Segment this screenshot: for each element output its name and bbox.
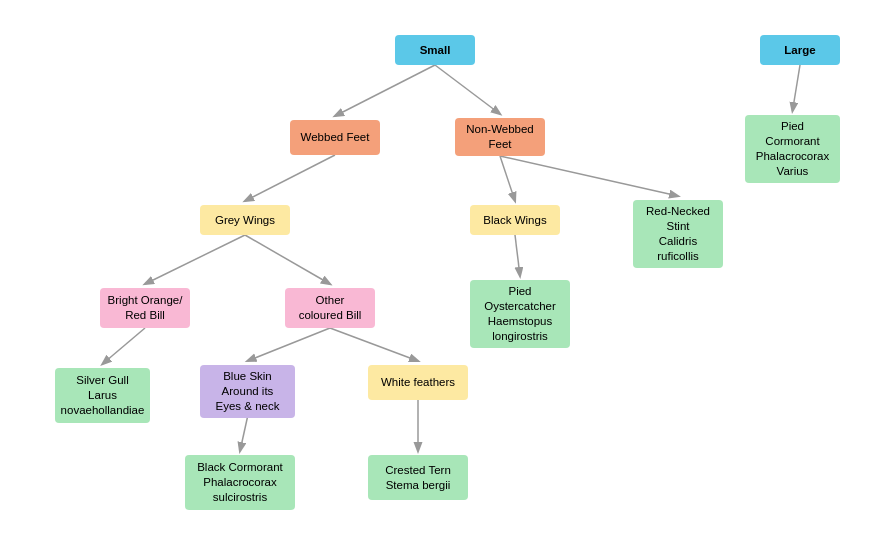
svg-line-2 bbox=[793, 65, 801, 111]
svg-line-5 bbox=[500, 156, 678, 196]
svg-line-4 bbox=[500, 156, 515, 201]
node-red_necked: Red-NeckedStintCalidrisruficollis bbox=[633, 200, 723, 268]
node-crested_tern: Crested TernStema bergii bbox=[368, 455, 468, 500]
node-other_coloured: Othercoloured Bill bbox=[285, 288, 375, 328]
node-white_feathers: White feathers bbox=[368, 365, 468, 400]
svg-line-11 bbox=[330, 328, 418, 361]
svg-line-12 bbox=[240, 417, 248, 451]
node-silver_gull: Silver GullLarusnovaehollandiae bbox=[55, 368, 150, 423]
node-pied_cormorant: PiedCormorantPhalacrocoraxVarius bbox=[745, 115, 840, 183]
node-grey_wings: Grey Wings bbox=[200, 205, 290, 235]
tree-container: SmallLargeWebbed FeetNon-WebbedFeetPiedC… bbox=[0, 0, 880, 541]
svg-line-9 bbox=[103, 328, 146, 364]
svg-line-1 bbox=[435, 65, 500, 114]
node-small: Small bbox=[395, 35, 475, 65]
node-bright_orange: Bright Orange/Red Bill bbox=[100, 288, 190, 328]
svg-line-6 bbox=[145, 235, 245, 284]
svg-line-3 bbox=[245, 155, 335, 201]
node-blue_skin: Blue SkinAround itsEyes & neck bbox=[200, 365, 295, 418]
node-black_wings: Black Wings bbox=[470, 205, 560, 235]
svg-line-10 bbox=[248, 328, 331, 361]
node-large: Large bbox=[760, 35, 840, 65]
svg-line-7 bbox=[245, 235, 330, 284]
node-webbed: Webbed Feet bbox=[290, 120, 380, 155]
svg-line-8 bbox=[515, 235, 520, 276]
node-pied_oystercatcher: PiedOystercatcherHaemstopuslongirostris bbox=[470, 280, 570, 348]
node-nonwebbed: Non-WebbedFeet bbox=[455, 118, 545, 156]
node-black_cormorant: Black CormorantPhalacrocoraxsulcirostris bbox=[185, 455, 295, 510]
svg-line-0 bbox=[335, 65, 435, 116]
